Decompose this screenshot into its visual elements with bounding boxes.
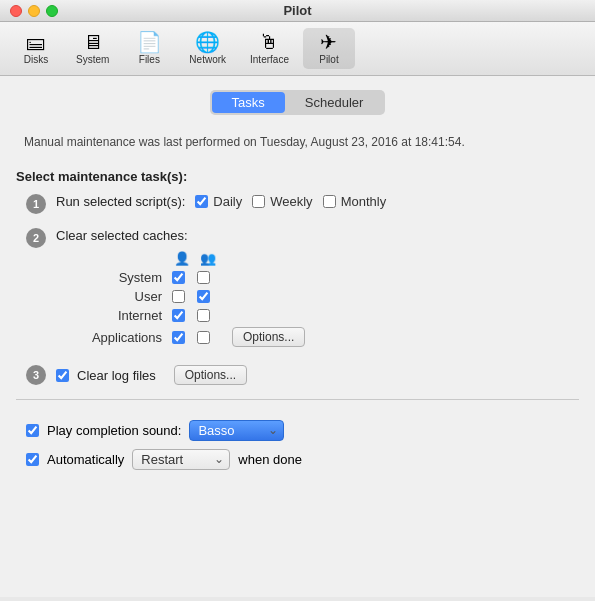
toolbar-item-pilot[interactable]: ✈ Pilot bbox=[303, 28, 355, 69]
task-row-1: 1 Run selected script(s): Daily Weekly M… bbox=[16, 194, 579, 214]
disks-icon: 🖴 bbox=[26, 32, 46, 52]
window-title: Pilot bbox=[283, 3, 311, 18]
multi-person-icon: 👥 bbox=[198, 251, 218, 266]
single-person-icon: 👤 bbox=[172, 251, 192, 266]
applications-col1-checkbox[interactable] bbox=[172, 331, 185, 344]
tab-group: Tasks Scheduler bbox=[210, 90, 386, 115]
auto-label: Automatically bbox=[47, 452, 124, 467]
cache-header: 👤 👥 bbox=[172, 251, 579, 266]
action-select[interactable]: Restart Shut Down Log Out Sleep Do Nothi… bbox=[132, 449, 230, 470]
toolbar-label-pilot: Pilot bbox=[319, 54, 338, 65]
bottom-section: Play completion sound: Basso Frog Glass … bbox=[16, 410, 579, 470]
action-select-wrapper: Restart Shut Down Log Out Sleep Do Nothi… bbox=[132, 449, 230, 470]
step-badge-2: 2 bbox=[26, 228, 46, 248]
minimize-button[interactable] bbox=[28, 5, 40, 17]
cache-name-system: System bbox=[56, 270, 172, 285]
step3-inline: Clear log files Options... bbox=[56, 365, 579, 385]
step-badge-1: 1 bbox=[26, 194, 46, 214]
applications-col2-checkbox[interactable] bbox=[197, 331, 210, 344]
task-1-inline: Run selected script(s): Daily Weekly Mon… bbox=[56, 194, 579, 209]
cache-name-applications: Applications bbox=[56, 330, 172, 345]
toolbar-item-disks[interactable]: 🖴 Disks bbox=[10, 28, 62, 69]
cache-row-system: System bbox=[56, 270, 579, 285]
task-2-content: Clear selected caches: 👤 👥 System bbox=[56, 228, 579, 351]
user-col2-checkbox[interactable] bbox=[197, 290, 210, 303]
cache-checks-system bbox=[172, 271, 210, 284]
toolbar: 🖴 Disks 🖥 System 📄 Files 🌐 Network 🖱 Int… bbox=[0, 22, 595, 76]
task-row-3: 3 Clear log files Options... bbox=[16, 365, 579, 385]
close-button[interactable] bbox=[10, 5, 22, 17]
daily-group: Daily bbox=[195, 194, 242, 209]
task-2-label: Clear selected caches: bbox=[56, 228, 188, 243]
monthly-label: Monthly bbox=[341, 194, 387, 209]
toolbar-label-network: Network bbox=[189, 54, 226, 65]
cache-row-internet: Internet bbox=[56, 308, 579, 323]
cache-name-user: User bbox=[56, 289, 172, 304]
monthly-checkbox[interactable] bbox=[323, 195, 336, 208]
main-content: Tasks Scheduler Manual maintenance was l… bbox=[0, 76, 595, 597]
titlebar: Pilot bbox=[0, 0, 595, 22]
system-col2-checkbox[interactable] bbox=[197, 271, 210, 284]
task-1-label: Run selected script(s): bbox=[56, 194, 185, 209]
maximize-button[interactable] bbox=[46, 5, 58, 17]
cache-checks-internet bbox=[172, 309, 210, 322]
toolbar-item-files[interactable]: 📄 Files bbox=[123, 28, 175, 69]
weekly-checkbox[interactable] bbox=[252, 195, 265, 208]
pilot-icon: ✈ bbox=[320, 32, 337, 52]
cache-name-internet: Internet bbox=[56, 308, 172, 323]
toolbar-label-disks: Disks bbox=[24, 54, 48, 65]
step-badge-3: 3 bbox=[26, 365, 46, 385]
daily-label: Daily bbox=[213, 194, 242, 209]
clear-log-checkbox[interactable] bbox=[56, 369, 69, 382]
cache-checks-applications: Options... bbox=[172, 327, 305, 347]
when-done-label: when done bbox=[238, 452, 302, 467]
play-sound-row: Play completion sound: Basso Frog Glass … bbox=[26, 420, 569, 441]
cache-table: 👤 👥 System User bbox=[56, 251, 579, 347]
toolbar-item-system[interactable]: 🖥 System bbox=[66, 28, 119, 69]
toolbar-item-interface[interactable]: 🖱 Interface bbox=[240, 28, 299, 69]
cache-row-applications: Applications Options... bbox=[56, 327, 579, 347]
toolbar-label-system: System bbox=[76, 54, 109, 65]
sound-select[interactable]: Basso Frog Glass Hero Morse Ping Pop Pur… bbox=[189, 420, 284, 441]
toolbar-label-interface: Interface bbox=[250, 54, 289, 65]
applications-options-button[interactable]: Options... bbox=[232, 327, 305, 347]
interface-icon: 🖱 bbox=[259, 32, 279, 52]
task-3-label: Clear log files bbox=[77, 368, 156, 383]
task-3-content: Clear log files Options... bbox=[56, 365, 579, 385]
toolbar-item-network[interactable]: 🌐 Network bbox=[179, 28, 236, 69]
user-col1-checkbox[interactable] bbox=[172, 290, 185, 303]
titlebar-buttons bbox=[10, 5, 58, 17]
tabs: Tasks Scheduler bbox=[16, 90, 579, 115]
daily-checkbox[interactable] bbox=[195, 195, 208, 208]
cache-row-user: User bbox=[56, 289, 579, 304]
tab-scheduler[interactable]: Scheduler bbox=[285, 92, 384, 113]
tab-tasks[interactable]: Tasks bbox=[212, 92, 285, 113]
internet-col1-checkbox[interactable] bbox=[172, 309, 185, 322]
system-col1-checkbox[interactable] bbox=[172, 271, 185, 284]
task-1-content: Run selected script(s): Daily Weekly Mon… bbox=[56, 194, 579, 209]
system-icon: 🖥 bbox=[83, 32, 103, 52]
weekly-label: Weekly bbox=[270, 194, 312, 209]
divider bbox=[16, 399, 579, 400]
cache-checks-user bbox=[172, 290, 210, 303]
log-options-button[interactable]: Options... bbox=[174, 365, 247, 385]
section-label: Select maintenance task(s): bbox=[16, 169, 579, 184]
info-text: Manual maintenance was last performed on… bbox=[16, 129, 579, 155]
files-icon: 📄 bbox=[137, 32, 162, 52]
monthly-group: Monthly bbox=[323, 194, 387, 209]
auto-row: Automatically Restart Shut Down Log Out … bbox=[26, 449, 569, 470]
sound-select-wrapper: Basso Frog Glass Hero Morse Ping Pop Pur… bbox=[189, 420, 284, 441]
toolbar-label-files: Files bbox=[139, 54, 160, 65]
play-sound-label: Play completion sound: bbox=[47, 423, 181, 438]
task-row-2: 2 Clear selected caches: 👤 👥 System bbox=[16, 228, 579, 351]
play-sound-checkbox[interactable] bbox=[26, 424, 39, 437]
weekly-group: Weekly bbox=[252, 194, 312, 209]
auto-checkbox[interactable] bbox=[26, 453, 39, 466]
network-icon: 🌐 bbox=[195, 32, 220, 52]
internet-col2-checkbox[interactable] bbox=[197, 309, 210, 322]
